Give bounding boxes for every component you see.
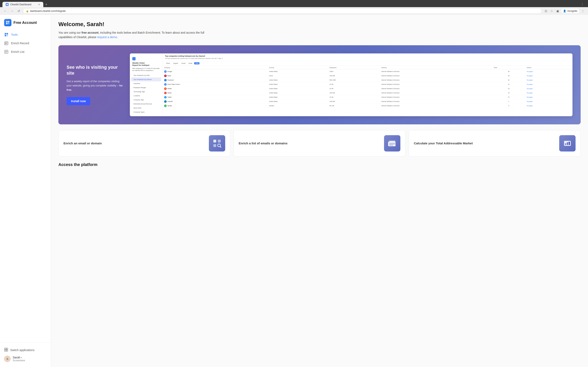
preview-section-employee-ranges[interactable]: Employee Ranges: [131, 86, 161, 90]
address-bar[interactable]: 🔒 dashboard.clearbit.com/integrate: [23, 8, 542, 14]
svg-rect-6: [7, 33, 8, 34]
col-country: Country: [268, 66, 328, 69]
new-tab-button[interactable]: +: [44, 2, 49, 7]
companies-table: Company Country Employees Industry Visit…: [163, 66, 572, 108]
banner-description: Get a weekly report of the companies vis…: [67, 79, 124, 92]
sidebar-item-enrich-list[interactable]: Enrich List: [0, 48, 51, 56]
channel-tab-email[interactable]: Email: [187, 62, 194, 64]
svg-point-0: [7, 4, 8, 5]
table-row: B Baidu China 10K-50K Internet Software …: [163, 74, 572, 78]
tab-menu-button[interactable]: ⋮: [579, 2, 586, 7]
preview-right-header: Top companies visiting hubspot.com by ch…: [163, 53, 572, 61]
channel-tab-organic[interactable]: Organic: [172, 62, 180, 64]
tab-title: Clearbit Dashboard: [10, 3, 36, 6]
switch-applications-button[interactable]: Switch applications: [4, 346, 47, 354]
sidebar-nav: Tools Enrich Record: [0, 29, 51, 342]
svg-line-20: [220, 146, 221, 147]
preview-report-header: Weekly VisitorReport for HubSpot After a…: [130, 55, 162, 73]
svg-rect-3: [6, 23, 8, 24]
browser-tab-active[interactable]: Clearbit Dashboard ✕: [2, 2, 43, 7]
enrich-record-label: Enrich Record: [11, 42, 29, 45]
tab-favicon: [6, 3, 9, 6]
welcome-description: You are using our free account, includin…: [58, 30, 212, 40]
incognito-label: Incognito: [567, 9, 577, 12]
svg-rect-5: [5, 33, 6, 34]
market-icon: [559, 135, 576, 151]
channel-tabs: Direct Organic Social Email Paid: [163, 61, 572, 66]
app-container: Free Account Tools: [0, 15, 588, 367]
preview-section-alexa-rank[interactable]: Alexa Rank: [131, 106, 161, 110]
svg-rect-7: [5, 35, 6, 36]
bookmark-icon[interactable]: ☆: [549, 8, 554, 13]
svg-rect-2: [8, 21, 9, 22]
table-row: L LinkedIn United States 10K-50K Interne…: [163, 100, 572, 104]
channel-tab-direct[interactable]: Direct: [165, 62, 171, 64]
preview-right-title: Top companies visiting hubspot.com by ch…: [165, 55, 570, 57]
tools-icon: [4, 33, 9, 37]
request-demo-link[interactable]: request a demo: [97, 35, 117, 39]
channel-tab-paid[interactable]: Paid: [194, 62, 199, 64]
preview-right-subtitle: The top companies (by channel and # of v…: [165, 58, 570, 59]
svg-rect-12: [4, 348, 6, 350]
browser-toolbar: ← → ↺ 🔒 dashboard.clearbit.com/integrate…: [0, 7, 588, 15]
switch-apps-label: Switch applications: [10, 349, 35, 352]
preview-section-industries[interactable]: Industries: [131, 82, 161, 85]
col-company: Company: [163, 66, 268, 69]
browser-chrome: Clearbit Dashboard ✕ + ⋮: [0, 0, 588, 7]
banner-preview-card: Weekly VisitorReport for HubSpot After a…: [130, 53, 572, 116]
more-options-button[interactable]: ⋮: [580, 8, 586, 13]
feature-card-enrich-email[interactable]: Enrich an email or domain: [58, 130, 230, 157]
preview-section-company-types[interactable]: Company Types: [131, 110, 161, 114]
svg-rect-4: [8, 23, 9, 24]
feature-cards-grid: Enrich an email or domain Enrich a list …: [58, 130, 581, 157]
user-avatar: S: [4, 356, 11, 362]
sidebar-item-enrich-record[interactable]: Enrich Record: [0, 39, 51, 48]
install-now-button[interactable]: Install now: [67, 97, 90, 105]
preview-section-company-tags[interactable]: Company Tags: [131, 98, 161, 102]
preview-section-estimated-revenue[interactable]: Estimated Annual Revenue: [131, 102, 161, 106]
account-label: Free Account: [13, 21, 37, 25]
preview-section-technology-tags[interactable]: Technology Tags: [131, 90, 161, 94]
enrich-list-icon: [4, 50, 9, 54]
browser-tabs: Clearbit Dashboard ✕ + ⋮: [2, 2, 586, 7]
tab-close-button[interactable]: ✕: [38, 3, 40, 6]
table-row: R Reddit United States 1K-5K Internet So…: [163, 87, 572, 91]
feature-card-text-tam: Calculate your Total Addressable Market: [414, 141, 556, 145]
feature-card-text-enrich-email: Enrich an email or domain: [63, 141, 206, 145]
forward-button[interactable]: →: [9, 8, 15, 13]
access-platform-title: Access the platform: [58, 162, 581, 167]
preview-section-top-companies-visits[interactable]: Top companies by visits: [131, 73, 161, 77]
list-icon: [384, 135, 400, 151]
sidebar: Free Account Tools: [0, 15, 51, 367]
preview-report-subtitle: After analyzing 21,771 visitor IPs last …: [132, 67, 160, 72]
weekly-visitor-banner: See who is visiting your site Get a week…: [58, 45, 581, 124]
refresh-button[interactable]: ↺: [16, 8, 21, 13]
cast-icon[interactable]: ⊡: [544, 8, 548, 13]
feature-card-tam[interactable]: Calculate your Total Addressable Market: [409, 130, 581, 157]
user-name: Sarah ▾: [13, 356, 47, 359]
svg-rect-1: [6, 21, 8, 22]
table-row: G Google United States 100K+ Internet So…: [163, 70, 572, 74]
preview-section-top-companies-channel[interactable]: Top companies by channel: [131, 77, 161, 81]
feature-card-title-enrich-list: Enrich a list of emails or domains: [239, 141, 381, 145]
col-industry: Industry: [380, 66, 492, 69]
svg-rect-17: [218, 140, 221, 142]
feature-card-enrich-list[interactable]: Enrich a list of emails or domains: [233, 130, 406, 157]
main-content: Welcome, Sarah! You are using our free a…: [51, 15, 588, 367]
col-employees: Employees: [328, 66, 380, 69]
incognito-area: 👤 Incognito: [561, 9, 579, 13]
banner-text-area: See who is visiting your site Get a week…: [67, 64, 124, 105]
back-button[interactable]: ←: [2, 8, 8, 13]
col-visits: Visits: [493, 66, 525, 69]
sidebar-item-tools[interactable]: Tools: [0, 30, 51, 39]
user-org: Screenlane: [13, 359, 47, 362]
table-row: T Twitter United States 1K-5K Internet S…: [163, 95, 572, 99]
preview-section-locations[interactable]: Locations: [131, 94, 161, 98]
banner-title: See who is visiting your site: [67, 64, 124, 76]
sidebar-toggle-icon[interactable]: ▣: [555, 8, 560, 13]
user-profile-button[interactable]: S Sarah ▾ Screenlane: [4, 354, 47, 364]
chevron-down-icon: ▾: [21, 356, 22, 359]
channel-tab-social[interactable]: Social: [180, 62, 187, 64]
svg-rect-13: [6, 348, 8, 350]
clearbit-logo-icon: [4, 19, 11, 26]
